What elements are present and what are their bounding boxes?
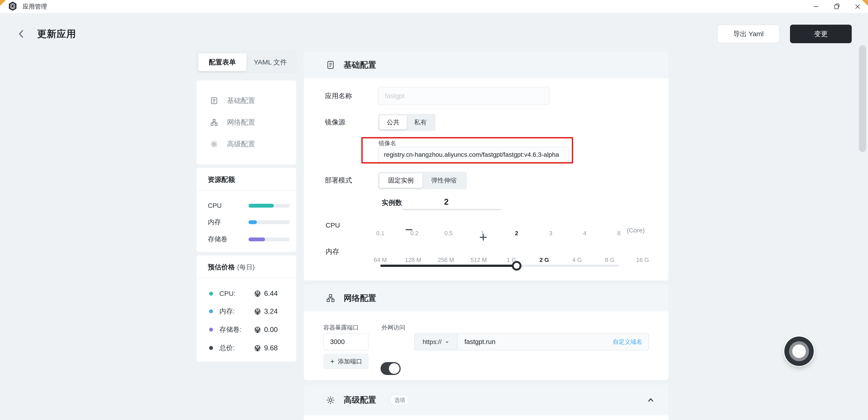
image-source-public[interactable]: 公共 [379, 115, 407, 129]
form-icon [210, 96, 218, 105]
coin-shell-icon [254, 326, 261, 334]
protocol-select[interactable]: https:// [415, 334, 458, 350]
cpu-slider-label: CPU [326, 220, 340, 230]
cpu-quota-bar [248, 204, 290, 208]
replicas-label: 实例数 [382, 196, 402, 209]
deploy-mode-label: 部署模式 [325, 172, 352, 189]
coin-shell-icon [254, 290, 261, 297]
replicas-value: 2 [431, 197, 462, 207]
custom-domain-link[interactable]: 自定义域名 [613, 338, 642, 346]
domain-field[interactable]: fastgpt.run 自定义域名 [458, 334, 648, 350]
sidebar-item-label: 高级配置 [227, 139, 255, 149]
window-title: 应用管理 [23, 2, 47, 11]
restore-button[interactable] [827, 0, 847, 13]
image-source-segment: 公共 私有 [378, 114, 435, 131]
price-row-storage: 存储卷: 0.00 [209, 325, 290, 334]
section-title: 高级配置 [344, 394, 376, 406]
domain-value: fastgpt.run [464, 338, 495, 346]
minimize-button[interactable] [806, 0, 827, 13]
coin-shell-icon [254, 344, 261, 352]
back-button[interactable] [16, 29, 26, 39]
price-row-memory: 内存: 3.24 [209, 307, 290, 316]
page-header: 更新应用 导出 Yaml 变更 [0, 13, 868, 43]
advanced-config-header[interactable]: 高级配置 选填 [304, 385, 668, 416]
cpu-slider[interactable] [380, 265, 619, 267]
stepper-underline [402, 209, 501, 210]
page-title: 更新应用 [37, 28, 76, 40]
cpu-slider-fill [380, 265, 517, 267]
network-config-card: 网络配置 容器暴露端口 外网访问 https:// fastgpt.run 自定… [304, 285, 668, 380]
tab-yaml-file[interactable]: YAML 文件 [246, 53, 294, 71]
app-name-label: 应用名称 [325, 87, 352, 105]
sidebar: 配置表单 YAML 文件 基础配置 网络配置 高级配置 资源配额 CPU [196, 52, 296, 362]
network-icon [326, 293, 336, 303]
basic-config-card: 基础配置 应用名称 镜像源 公共 私有 镜像名 部署模式 固定实例 弹性伸缩 实… [304, 52, 668, 280]
plus-icon [330, 359, 335, 364]
sidebar-item-basic-config[interactable]: 基础配置 [196, 90, 296, 112]
section-nav-card: 基础配置 网络配置 高级配置 [196, 80, 296, 164]
image-name-label: 镜像名 [378, 139, 396, 147]
toggle-knob [389, 363, 400, 374]
port-label: 容器暴露端口 [323, 324, 359, 332]
quota-row-memory: 内存 [208, 217, 290, 227]
collapse-chevron-up-icon[interactable] [647, 396, 655, 404]
sidebar-item-network-config[interactable]: 网络配置 [196, 112, 296, 133]
app-name-input[interactable] [378, 87, 550, 105]
price-subtitle: (每日) [237, 264, 255, 271]
sidebar-item-advanced-config[interactable]: 高级配置 [196, 133, 296, 155]
click-indicator [784, 336, 814, 366]
sidebar-item-label: 基础配置 [227, 96, 255, 106]
storage-dot [209, 328, 213, 332]
cpu-dot [209, 292, 213, 296]
quota-row-storage: 存储卷 [208, 235, 290, 244]
chevron-down-icon [445, 340, 449, 344]
tab-config-form[interactable]: 配置表单 [198, 53, 246, 71]
price-title: 预估价格(每日) [196, 256, 296, 278]
basic-config-header: 基础配置 [304, 52, 668, 78]
quota-row-cpu: CPU [208, 202, 290, 209]
deploy-mode-fixed[interactable]: 固定实例 [379, 173, 422, 188]
cpu-unit-label: (Core) [627, 227, 645, 234]
image-name-input[interactable] [378, 147, 569, 162]
domain-group: https:// fastgpt.run 自定义域名 [414, 333, 649, 350]
image-source-label: 镜像源 [325, 114, 345, 130]
memory-slider-label: 内存 [326, 246, 339, 257]
cpu-slider-ticks: 0.1 0.2 0.5 1 2 3 4 8 [380, 230, 619, 237]
gear-icon [210, 140, 218, 148]
total-dot [209, 346, 213, 350]
deploy-mode-autoscale[interactable]: 弹性伸缩 [422, 173, 465, 188]
quota-title: 资源配额 [196, 168, 296, 190]
advanced-config-card: 高级配置 选填 [304, 385, 668, 420]
section-title: 网络配置 [344, 293, 376, 304]
memory-dot [209, 309, 213, 313]
optional-badge: 选填 [390, 394, 410, 406]
form-icon [326, 60, 336, 70]
external-access-toggle[interactable] [380, 362, 401, 375]
corner-accent [862, 0, 868, 6]
corner-accent [0, 0, 6, 6]
window-controls [806, 0, 868, 13]
network-config-header: 网络配置 [304, 285, 668, 311]
change-button[interactable]: 变更 [790, 25, 852, 43]
section-title: 基础配置 [344, 59, 376, 70]
scrollbar-thumb[interactable] [859, 45, 866, 152]
price-row-total: 总价: 9.68 [209, 343, 290, 353]
coin-shell-icon [254, 308, 261, 315]
port-input[interactable] [323, 333, 369, 350]
price-row-cpu: CPU: 6.44 [209, 290, 290, 298]
export-yaml-button[interactable]: 导出 Yaml [717, 25, 780, 43]
sidebar-item-label: 网络配置 [227, 118, 255, 127]
storage-quota-bar [248, 238, 290, 241]
external-access-label: 外网访问 [382, 324, 405, 332]
add-port-button[interactable]: 添加端口 [323, 354, 369, 369]
window-titlebar: 应用管理 [0, 0, 868, 13]
app-logo-icon [8, 2, 17, 11]
image-source-private[interactable]: 私有 [407, 115, 434, 129]
gear-icon [326, 395, 336, 405]
memory-slider-ticks: 64 M 128 M 256 M 512 M 1 G 2 G 4 G 8 G 1… [380, 257, 643, 264]
config-mode-tabs: 配置表单 YAML 文件 [196, 52, 296, 73]
price-card: 预估价格(每日) CPU: 6.44 内存: 3.24 存储卷: 0.00 [196, 256, 296, 362]
memory-quota-bar [248, 220, 290, 224]
network-icon [210, 118, 218, 127]
deploy-mode-segment: 固定实例 弹性伸缩 [378, 172, 467, 189]
